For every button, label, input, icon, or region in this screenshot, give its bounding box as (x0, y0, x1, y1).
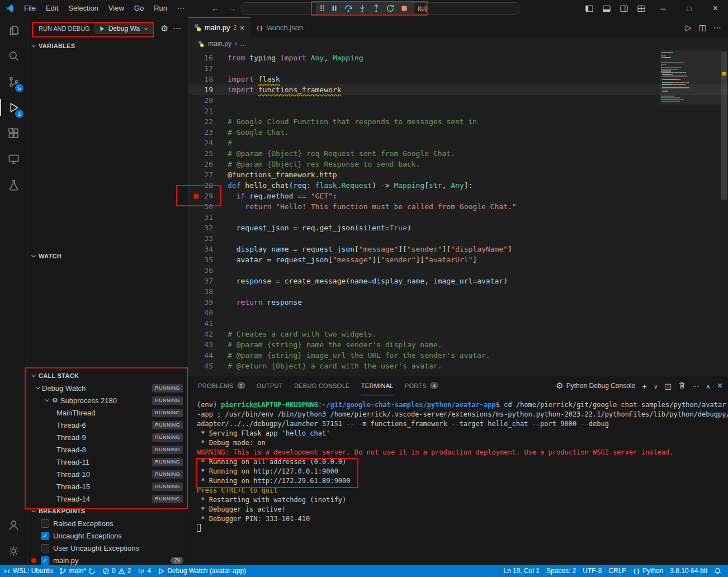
line-number[interactable]: 24 (188, 138, 221, 148)
code-line[interactable]: 34 display_name = request_json["message"… (188, 244, 728, 254)
start-debug-icon[interactable] (98, 25, 106, 32)
activity-testing[interactable] (0, 172, 27, 197)
line-number[interactable]: 29 (188, 191, 221, 201)
close-panel-icon[interactable] (717, 381, 722, 391)
breadcrumb[interactable]: main.py ... (188, 37, 728, 50)
status-eol[interactable]: CRLF (605, 565, 629, 577)
tab-main-py[interactable]: main.py 2 (188, 17, 250, 37)
code-line[interactable]: 16from typing import Any, Mapping (188, 53, 728, 63)
menu-edit[interactable]: Edit (41, 0, 63, 17)
line-number[interactable]: 17 (188, 63, 221, 74)
drag-handle-icon[interactable] (320, 5, 325, 12)
terminal-instance-label[interactable]: Python Debug Console (556, 381, 635, 391)
panel-tab-problems[interactable]: PROBLEMS2 (198, 376, 245, 395)
code-line[interactable]: 24# (188, 138, 728, 148)
line-number[interactable]: 28 (188, 180, 221, 191)
line-number[interactable]: 26 (188, 159, 221, 169)
code-line[interactable]: 17 (188, 63, 728, 74)
code-line[interactable]: 31 (188, 212, 728, 223)
maximize-panel-icon[interactable] (706, 382, 711, 390)
panel-more-actions-icon[interactable] (692, 382, 699, 390)
line-number[interactable]: 36 (188, 265, 221, 276)
nav-back-icon[interactable] (211, 4, 219, 13)
close-button[interactable] (703, 0, 728, 17)
launch-profile-chevron-icon[interactable] (654, 382, 658, 390)
line-number[interactable]: 45 (188, 361, 221, 371)
line-number[interactable]: 40 (188, 308, 221, 318)
call-stack-row[interactable]: Thread-11RUNNING (27, 456, 188, 468)
activity-source-control[interactable]: 5 (0, 69, 27, 94)
customize-layout-icon[interactable] (633, 1, 649, 16)
run-python-file-icon[interactable] (686, 23, 692, 32)
line-number[interactable]: 27 (188, 169, 221, 180)
line-number[interactable]: 19 (188, 84, 221, 95)
restart-button[interactable] (383, 3, 397, 14)
debug-settings-gear-icon[interactable] (161, 23, 168, 34)
activity-extensions[interactable] (0, 120, 27, 146)
breakpoints-section-header[interactable]: BREAKPOINTS (27, 505, 188, 517)
call-stack-section-header[interactable]: CALL STACK (27, 370, 188, 382)
status-branch[interactable]: main* (56, 565, 99, 577)
activity-run-and-debug[interactable]: 1 (0, 94, 27, 120)
step-into-button[interactable] (355, 3, 369, 14)
code-line[interactable]: 41 (188, 318, 728, 329)
breakpoint-checkbox[interactable] (41, 519, 49, 528)
line-number[interactable]: 18 (188, 74, 221, 84)
panel-tab-terminal[interactable]: TERMINAL (361, 376, 394, 395)
status-notifications[interactable] (711, 565, 725, 577)
line-number[interactable]: 41 (188, 318, 221, 329)
status-debug-session[interactable]: Debug Watch (avatar-app) (154, 565, 249, 577)
menu-go[interactable]: Go (129, 0, 149, 17)
line-number[interactable]: 22 (188, 116, 221, 127)
code-line[interactable]: 35 avatar = request_json["message"]["sen… (188, 254, 728, 265)
breakpoint-dot-icon[interactable] (193, 193, 199, 199)
code-line[interactable]: 20 (188, 95, 728, 106)
tab-launch-json[interactable]: launch.json (250, 17, 309, 37)
activity-remote-explorer[interactable] (0, 146, 27, 172)
line-number[interactable]: 31 (188, 212, 221, 223)
line-number[interactable]: 16 (188, 53, 221, 63)
nav-forward-icon[interactable] (228, 4, 236, 13)
code-line[interactable]: 37 response = create_message(name=displa… (188, 276, 728, 286)
panel-tab-output[interactable]: OUTPUT (257, 376, 283, 395)
status-remote[interactable]: WSL: Ubuntu (0, 565, 56, 577)
code-line[interactable]: 43# @param {string} name the sender's di… (188, 339, 728, 350)
line-number[interactable]: 23 (188, 127, 221, 138)
breakpoint-row[interactable]: Raised Exceptions (27, 517, 188, 529)
code-line[interactable]: 18import flask (188, 74, 728, 84)
toggle-panel-icon[interactable] (598, 1, 614, 16)
code-line[interactable]: 21 (188, 106, 728, 116)
kill-terminal-icon[interactable] (678, 381, 686, 391)
stop-button[interactable] (397, 3, 411, 14)
code-line[interactable]: 27@functions_framework.http (188, 169, 728, 180)
line-number[interactable]: 39 (188, 297, 221, 308)
menu-file[interactable]: File (19, 0, 41, 17)
code-editor[interactable]: 16from typing import Any, Mapping1718imp… (188, 50, 728, 376)
split-terminal-icon[interactable] (664, 382, 671, 390)
activity-explorer[interactable] (0, 17, 27, 43)
status-cursor-position[interactable]: Ln 19, Col 1 (500, 565, 543, 577)
activity-accounts[interactable] (0, 512, 27, 538)
status-interpreter[interactable]: 3.8.10 64-bit (666, 565, 711, 577)
debug-config-dropdown[interactable]: Debug Wa (94, 23, 154, 34)
code-line[interactable]: 33 (188, 233, 728, 244)
line-number[interactable]: 21 (188, 106, 221, 116)
call-stack-row[interactable]: Debug WatchRUNNING (27, 382, 188, 394)
editor-scrollbar[interactable] (720, 50, 728, 376)
editor-more-actions-icon[interactable] (713, 23, 721, 32)
menu-[interactable]: ⋯ (172, 0, 190, 17)
code-line[interactable]: 19import functions_framework (188, 84, 728, 95)
menu-selection[interactable]: Selection (63, 0, 103, 17)
breakpoint-row[interactable]: User Uncaught Exceptions (27, 542, 188, 554)
minimap[interactable] (661, 50, 720, 102)
variables-section-header[interactable]: VARIABLES (27, 40, 188, 52)
call-stack-row[interactable]: Thread-8RUNNING (27, 443, 188, 456)
watch-section-header[interactable]: WATCH (27, 250, 188, 262)
breakpoint-row[interactable]: Uncaught Exceptions (27, 529, 188, 542)
breakpoint-checkbox[interactable] (41, 544, 49, 552)
new-terminal-icon[interactable] (642, 381, 647, 391)
toggle-sidebar-icon[interactable] (581, 1, 597, 16)
code-line[interactable]: 44# @param {string} image_url the URL fo… (188, 350, 728, 361)
call-stack-row[interactable]: Thread-6RUNNING (27, 419, 188, 431)
activity-settings[interactable] (0, 538, 27, 564)
